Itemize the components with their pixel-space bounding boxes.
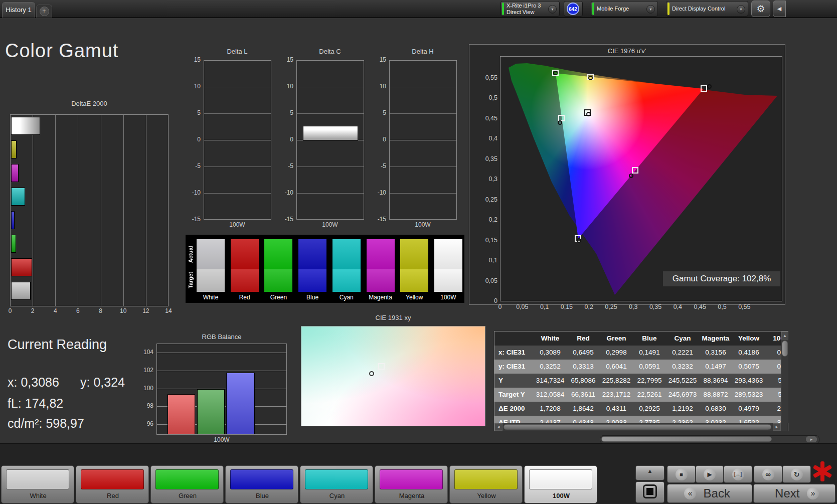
pattern-button-blue[interactable]: Blue <box>225 465 298 503</box>
current-reading-y: y: 0,324 <box>80 375 125 390</box>
rgb-bar-red <box>168 394 195 434</box>
table-header-cell: Magenta <box>699 331 732 346</box>
table-cell: 0,0591 <box>633 360 666 374</box>
vertical-scroll-thumb[interactable] <box>782 341 788 357</box>
cie1976-xtick: 0 <box>498 303 502 310</box>
page-title: Color Gamut <box>5 40 118 62</box>
add-tab-button[interactable]: + <box>36 5 52 18</box>
pattern-button-green[interactable]: Green <box>150 465 224 503</box>
table-header-cell: Yellow <box>732 331 765 346</box>
rgb-ytick: 102 <box>135 367 153 374</box>
cie1976-ytick: 0,1 <box>476 257 497 264</box>
delta-bar-delta_c <box>303 126 358 140</box>
table-cell: 88,8872 <box>699 388 732 402</box>
source-dropdown[interactable]: Mobile Forge ▼ <box>591 1 658 17</box>
pattern-swatch <box>6 469 69 489</box>
table-header-cell: White <box>534 331 567 346</box>
table-row: ΔE ITP2,41370,43432,00332,77352,23623,02… <box>494 416 781 423</box>
scroll-up-icon[interactable]: ▲ <box>781 331 788 340</box>
collapse-panel-button[interactable]: ◀ <box>773 1 786 17</box>
cie1976-ytick: 0,4 <box>476 135 497 142</box>
scroll-right-icon[interactable]: ► <box>773 423 781 431</box>
delta-ytick: 0 <box>369 136 386 143</box>
delta-ytick: 15 <box>369 56 386 63</box>
stop-button[interactable]: ■ <box>667 465 696 483</box>
recalibrate-asterisk-icon[interactable] <box>812 461 832 481</box>
loop-icon: ∞ <box>762 468 774 480</box>
pattern-button-yellow[interactable]: Yellow <box>449 465 523 503</box>
settings-button[interactable]: ⚙ <box>751 1 770 17</box>
pattern-list-scrollbar[interactable]: ▸ <box>600 435 819 444</box>
deltae-bar-blue <box>11 211 15 229</box>
table-vertical-scrollbar[interactable]: ▲ <box>781 331 788 423</box>
pattern-button-red[interactable]: Red <box>76 465 149 503</box>
next-button[interactable]: Next » <box>753 484 835 503</box>
cie1976-ytick: 0,45 <box>476 115 497 122</box>
rgb-xlabel: 100W <box>214 436 229 443</box>
table-row-label: Y <box>494 374 534 388</box>
table-cell: 0,2221 <box>666 346 699 360</box>
pattern-swatch <box>81 469 144 489</box>
swatch-label: 100W <box>431 294 465 301</box>
cie1976-xtick: 0,2 <box>584 303 593 310</box>
marker-square-red <box>701 85 707 92</box>
swatch-label: Yellow <box>397 294 431 301</box>
pattern-button-white[interactable]: White <box>1 465 74 503</box>
swatch-actual-100w <box>434 239 462 269</box>
table-cell: 1,7208 <box>534 402 567 416</box>
play-button[interactable]: ▶ <box>696 465 724 483</box>
table-cell: 2,2362 <box>666 416 699 423</box>
tab-history-1[interactable]: History 1 <box>2 2 35 18</box>
step-button[interactable]: [↔] <box>724 465 752 483</box>
rgb-bar-green <box>197 389 225 435</box>
pattern-button-100w[interactable]: 100W <box>524 465 597 503</box>
swatch-label: White <box>194 294 228 301</box>
display-control-dropdown[interactable]: Direct Display Control ▼ <box>666 1 748 17</box>
pattern-swatch <box>454 469 518 489</box>
table-row: Y314,732465,8086225,828222,7995245,52258… <box>494 374 781 388</box>
pattern-window-up-button[interactable]: ▲ <box>635 465 664 480</box>
pattern-button-cyan[interactable]: Cyan <box>300 465 373 503</box>
table-cell: 1,8642 <box>567 402 600 416</box>
table-header-cell: Cyan <box>666 331 699 346</box>
pattern-scroll-thumb[interactable] <box>601 436 772 442</box>
pattern-label: Red <box>76 492 149 502</box>
swatch-actual-green <box>264 239 292 269</box>
pattern-button-magenta[interactable]: Magenta <box>375 465 448 503</box>
table-horizontal-scrollbar[interactable]: ◄ ► <box>494 423 788 431</box>
meter-count-badge[interactable]: 642 <box>564 1 583 17</box>
swatch-target-red <box>231 269 259 292</box>
table-cell: 0,4979 <box>732 402 765 416</box>
table-row-label: ΔE ITP <box>494 416 534 423</box>
repeat-icon: ↻ <box>791 468 803 480</box>
table-cell: 3,0232 <box>699 416 732 423</box>
delta-ytick: 10 <box>184 83 201 90</box>
cie1976-xtick: 0,3 <box>629 303 637 310</box>
rgb-ytick: 96 <box>135 420 153 427</box>
pattern-swatch <box>155 469 219 489</box>
delta-l-title: Delta L <box>227 48 247 55</box>
table-cell: 0,3089 <box>534 346 567 360</box>
table-header-cell: Green <box>600 331 633 346</box>
table-row-label: ΔE 2000 <box>494 402 534 416</box>
cie1976-ytick: 0,25 <box>476 196 497 203</box>
rgb-balance-chart <box>156 344 287 435</box>
pattern-window-button[interactable] <box>635 481 664 503</box>
meter-dropdown[interactable]: X-Rite i1Pro 3 Direct View ▼ <box>500 1 560 17</box>
delta-ytick: 15 <box>276 56 293 63</box>
delta-xlabel: 100W <box>415 221 430 228</box>
table-cell: 66,3611 <box>567 388 600 402</box>
delta-c-title: Delta C <box>319 48 341 55</box>
horizontal-scroll-thumb[interactable] <box>504 424 771 430</box>
loop-button[interactable]: ∞ <box>754 465 782 483</box>
back-button[interactable]: « Back <box>667 484 752 503</box>
scroll-left-icon[interactable]: ◄ <box>494 423 503 431</box>
repeat-button[interactable]: ↻ <box>782 465 811 483</box>
table-cell: 0,6041 <box>600 360 633 374</box>
stop-icon: ■ <box>676 468 688 480</box>
table-cell: 88,3694 <box>699 374 732 388</box>
next-button-label: Next <box>770 486 804 500</box>
table-row-label: y: CIE31 <box>494 360 534 374</box>
rgb-ytick: 100 <box>135 385 153 392</box>
pattern-scroll-right-icon[interactable]: ▸ <box>806 436 817 442</box>
